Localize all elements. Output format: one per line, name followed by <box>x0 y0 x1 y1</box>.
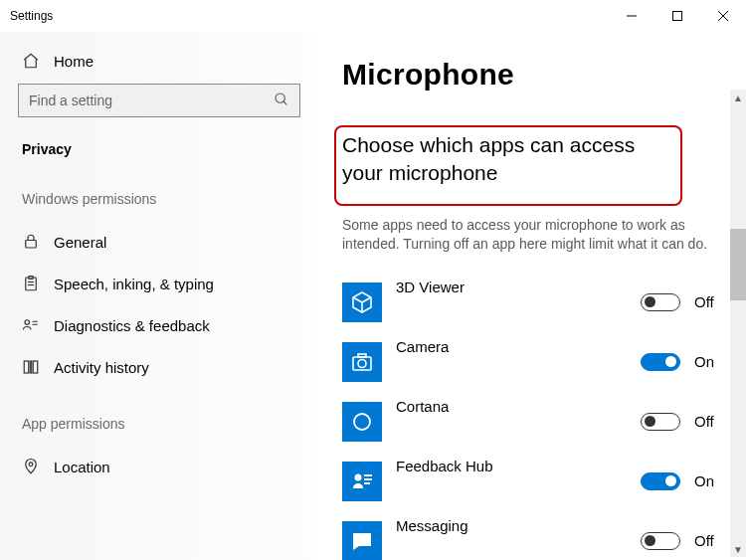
app-row: Cortana Off <box>342 392 746 452</box>
app-name: Camera <box>396 332 641 355</box>
app-icon-camera <box>342 342 382 382</box>
activity-icon <box>22 358 44 376</box>
toggle-cortana[interactable] <box>641 413 680 431</box>
app-row: 3D Viewer Off <box>342 273 746 332</box>
app-name: Cortana <box>396 392 641 415</box>
group-app-permissions: App permissions <box>18 388 300 446</box>
app-name: Messaging <box>396 511 641 534</box>
svg-rect-6 <box>26 241 37 249</box>
window-title: Settings <box>10 9 53 23</box>
app-name: Feedback Hub <box>396 452 641 474</box>
search-icon <box>274 92 289 110</box>
titlebar: Settings <box>0 0 746 32</box>
toggle-state-label: Off <box>694 293 720 310</box>
svg-rect-21 <box>364 474 372 476</box>
svg-point-11 <box>25 320 30 325</box>
toggle-camera[interactable] <box>641 353 680 371</box>
app-icon-3d-viewer <box>342 282 382 322</box>
svg-point-20 <box>355 473 362 480</box>
section-description: Some apps need to access your microphone… <box>342 216 720 255</box>
clipboard-icon <box>22 275 44 292</box>
group-windows-permissions: Windows permissions <box>18 181 300 221</box>
search-box[interactable] <box>18 84 300 117</box>
lock-icon <box>22 233 44 251</box>
scroll-thumb[interactable] <box>730 229 746 300</box>
nav-general[interactable]: General <box>18 221 300 263</box>
app-row: Messaging Off <box>342 511 746 560</box>
svg-point-4 <box>276 93 284 102</box>
svg-rect-1 <box>673 12 682 21</box>
nav-speech-inking-typing[interactable]: Speech, inking, & typing <box>18 263 300 304</box>
section-title: Choose which apps can access your microp… <box>342 131 670 188</box>
svg-rect-14 <box>33 361 38 373</box>
nav-home-label: Home <box>54 53 93 70</box>
svg-rect-23 <box>364 482 370 484</box>
svg-line-3 <box>718 11 728 21</box>
toggle-state-label: Off <box>694 532 720 549</box>
svg-point-15 <box>29 463 33 467</box>
main-content: Microphone Choose which apps can access … <box>318 32 746 560</box>
toggle-state-label: On <box>694 353 720 370</box>
close-button[interactable] <box>700 0 746 32</box>
nav-home[interactable]: Home <box>18 42 300 84</box>
feedback-icon <box>22 316 44 334</box>
svg-rect-22 <box>364 478 372 480</box>
category-label: Privacy <box>18 135 300 181</box>
app-icon-feedback-hub <box>342 462 382 501</box>
minimize-button[interactable] <box>609 0 654 32</box>
location-icon <box>22 458 44 475</box>
nav-item-label: Activity history <box>54 359 149 376</box>
svg-point-19 <box>354 414 370 430</box>
svg-rect-12 <box>24 361 29 373</box>
home-icon <box>22 52 44 70</box>
svg-rect-13 <box>30 361 32 373</box>
app-name: 3D Viewer <box>396 273 641 295</box>
toggle-state-label: Off <box>694 413 720 430</box>
app-row: Feedback Hub On <box>342 452 746 511</box>
toggle-feedback-hub[interactable] <box>641 472 680 490</box>
nav-item-label: Diagnostics & feedback <box>54 317 210 334</box>
toggle-messaging[interactable] <box>641 532 680 550</box>
sidebar: Home Privacy Windows permissions General <box>0 32 318 560</box>
nav-item-label: Location <box>54 459 110 475</box>
app-list: 3D Viewer Off Camera On <box>342 273 746 560</box>
toggle-3d-viewer[interactable] <box>641 293 680 311</box>
scroll-up-arrow[interactable]: ▲ <box>730 90 746 105</box>
svg-line-2 <box>718 11 728 21</box>
scrollbar[interactable]: ▲ ▼ <box>730 90 746 557</box>
nav-activity-history[interactable]: Activity history <box>18 346 300 388</box>
toggle-state-label: On <box>694 472 720 489</box>
app-row: Camera On <box>342 332 746 392</box>
nav-item-label: Speech, inking, & typing <box>54 276 214 292</box>
svg-point-17 <box>358 359 366 367</box>
app-icon-cortana <box>342 402 382 442</box>
nav-location[interactable]: Location <box>18 446 300 487</box>
nav-diagnostics-feedback[interactable]: Diagnostics & feedback <box>18 304 300 346</box>
maximize-button[interactable] <box>654 0 700 32</box>
scroll-down-arrow[interactable]: ▼ <box>730 541 746 557</box>
svg-rect-18 <box>358 354 366 357</box>
svg-line-5 <box>283 101 286 104</box>
app-icon-messaging <box>342 521 382 560</box>
search-input[interactable] <box>29 93 274 108</box>
nav-item-label: General <box>54 234 106 251</box>
page-title: Microphone <box>342 58 746 92</box>
highlight-annotation: Choose which apps can access your microp… <box>334 125 682 206</box>
